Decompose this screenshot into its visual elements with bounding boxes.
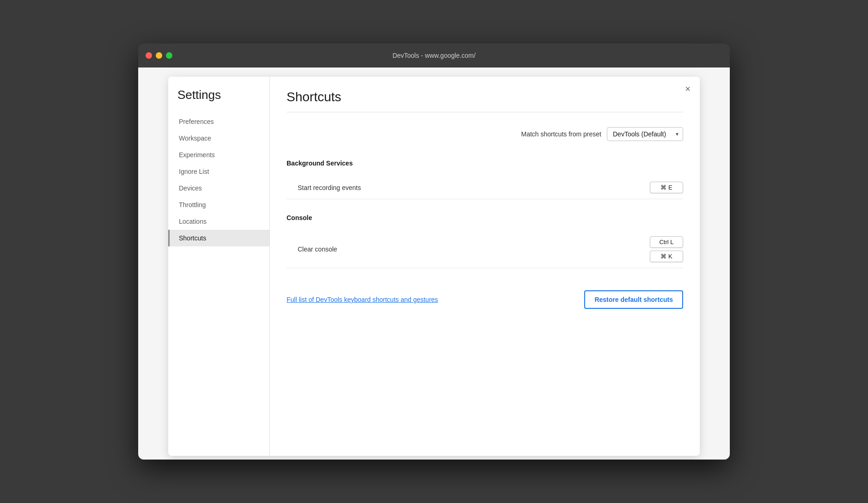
shortcut-name-clear-console: Clear console: [287, 245, 650, 253]
settings-dialog: Settings Preferences Workspace Experimen…: [168, 77, 700, 456]
title-divider: [287, 112, 683, 112]
window-title: DevTools - www.google.com/: [392, 52, 476, 59]
sidebar-item-ignore-list[interactable]: Ignore List: [168, 163, 269, 180]
keys-group-clear-console: Ctrl L ⌘ K: [650, 236, 683, 262]
sidebar-item-preferences[interactable]: Preferences: [168, 113, 269, 130]
preset-select[interactable]: DevTools (Default) Visual Studio Code: [607, 127, 683, 141]
section-title-background-services: Background Services: [287, 159, 683, 167]
title-bar: DevTools - www.google.com/: [138, 43, 730, 67]
kbd-ctrl-l: Ctrl L: [650, 236, 683, 248]
sidebar-item-workspace[interactable]: Workspace: [168, 130, 269, 147]
sidebar-item-throttling[interactable]: Throttling: [168, 196, 269, 213]
section-background-services: Background Services Start recording even…: [287, 159, 683, 199]
footer-row: Full list of DevTools keyboard shortcuts…: [287, 285, 683, 309]
sidebar-item-experiments[interactable]: Experiments: [168, 147, 269, 163]
shortcut-row-start-recording: Start recording events ⌘ E: [287, 176, 683, 199]
page-title: Shortcuts: [287, 90, 683, 104]
full-list-link[interactable]: Full list of DevTools keyboard shortcuts…: [287, 296, 438, 303]
preset-select-wrapper: DevTools (Default) Visual Studio Code: [607, 127, 683, 141]
window-content: Settings Preferences Workspace Experimen…: [138, 67, 730, 460]
sidebar: Settings Preferences Workspace Experimen…: [168, 77, 270, 456]
traffic-lights: [146, 52, 172, 59]
sidebar-item-devices[interactable]: Devices: [168, 180, 269, 196]
preset-label: Match shortcuts from preset: [521, 130, 601, 138]
kbd-cmd-k: ⌘ K: [650, 251, 683, 262]
main-panel: × Shortcuts Match shortcuts from preset …: [270, 77, 700, 456]
sidebar-item-shortcuts[interactable]: Shortcuts: [168, 230, 269, 246]
maximize-traffic-light[interactable]: [166, 52, 172, 59]
browser-window: DevTools - www.google.com/ Settings Pref…: [138, 43, 730, 460]
shortcut-name-start-recording: Start recording events: [287, 184, 650, 191]
section-title-console: Console: [287, 214, 683, 221]
kbd-cmd-e: ⌘ E: [650, 182, 683, 193]
sidebar-item-locations[interactable]: Locations: [168, 213, 269, 230]
restore-defaults-button[interactable]: Restore default shortcuts: [584, 290, 683, 309]
section-console: Console Clear console Ctrl L ⌘ K: [287, 214, 683, 268]
close-button[interactable]: ×: [685, 84, 691, 93]
minimize-traffic-light[interactable]: [156, 52, 162, 59]
sidebar-heading: Settings: [168, 88, 269, 113]
preset-row: Match shortcuts from preset DevTools (De…: [287, 127, 683, 141]
keys-group-start-recording: ⌘ E: [650, 182, 683, 193]
close-traffic-light[interactable]: [146, 52, 152, 59]
shortcut-row-clear-console: Clear console Ctrl L ⌘ K: [287, 231, 683, 268]
